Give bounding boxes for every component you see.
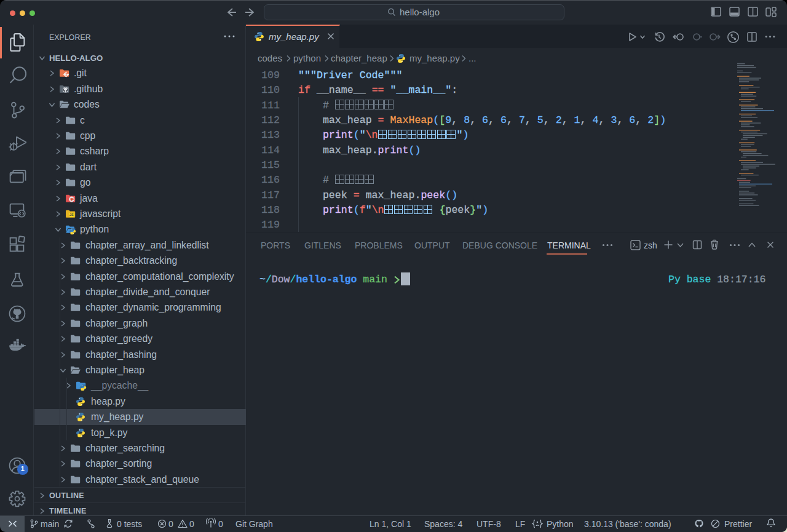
svg-text:JS: JS xyxy=(69,213,74,216)
